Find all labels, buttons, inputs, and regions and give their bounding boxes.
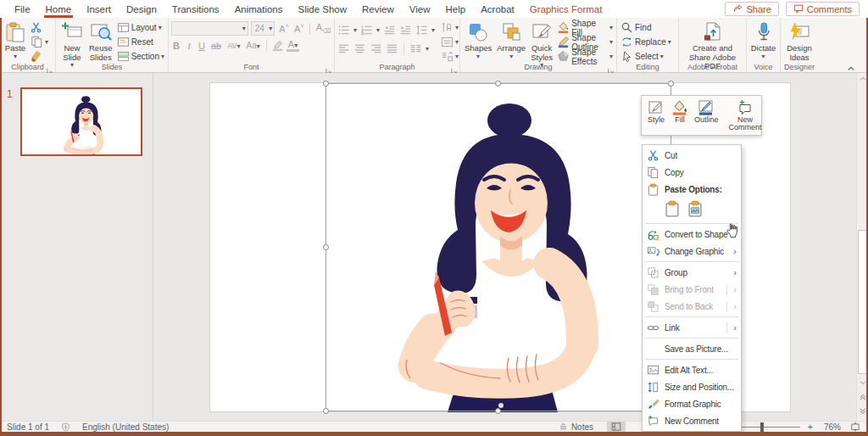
text-highlight-button[interactable] <box>271 39 284 52</box>
context-menu-item-group[interactable]: Group› <box>643 264 741 281</box>
scroll-down-button[interactable] <box>857 377 868 388</box>
zoom-slider-thumb[interactable] <box>760 422 764 432</box>
clipboard-dialog-launcher[interactable] <box>46 63 53 70</box>
tab-animations[interactable]: Animations <box>227 0 291 18</box>
fit-slide-to-window-button[interactable] <box>846 422 865 433</box>
reuse-slides-button[interactable]: Reuse Slides <box>87 20 114 61</box>
decrease-indent-button[interactable] <box>383 24 396 36</box>
change-case-button[interactable]: Aa▾ <box>245 41 262 50</box>
context-menu-item-size-and-position[interactable]: Size and Position... <box>643 378 741 395</box>
convert-smartart-button[interactable]: ▾ <box>440 50 459 63</box>
tab-transitions[interactable]: Transitions <box>164 0 227 18</box>
layout-button[interactable]: Layout▾ <box>116 21 165 34</box>
replace-button[interactable]: Replace▾ <box>620 36 672 48</box>
section-button[interactable]: Section▾ <box>116 50 165 63</box>
selection-handle-bottom-left[interactable] <box>323 408 329 414</box>
tab-file[interactable]: File <box>7 0 38 18</box>
previous-slide-button[interactable] <box>857 391 868 403</box>
context-menu-item-change-graphic[interactable]: Change Graphic› <box>643 243 741 260</box>
underline-button[interactable]: U <box>197 41 207 51</box>
slide-thumbnail[interactable] <box>20 87 142 156</box>
context-menu-item-format-graphic[interactable]: Format Graphic <box>643 395 741 412</box>
paste-button[interactable]: Paste ▾ <box>3 20 28 61</box>
tab-design[interactable]: Design <box>119 0 164 18</box>
strikethrough-button[interactable]: ab <box>209 41 223 51</box>
selection-handle-top-center[interactable] <box>495 81 501 87</box>
mini-toolbar-new-comment-button[interactable]: New Comment <box>726 98 765 133</box>
vertical-scrollbar[interactable] <box>856 73 868 421</box>
tab-insert[interactable]: Insert <box>79 0 119 18</box>
drawing-dialog-launcher[interactable] <box>607 63 615 70</box>
collapse-ribbon-button[interactable] <box>846 61 856 70</box>
font-color-button[interactable]: A▾ <box>287 40 299 52</box>
scroll-up-button[interactable] <box>857 73 868 85</box>
paste-option-keep-source-formatting[interactable] <box>663 199 682 218</box>
cut-button[interactable] <box>30 21 42 34</box>
increase-indent-button[interactable] <box>399 24 412 36</box>
text-direction-button[interactable]: ▾ <box>440 21 459 34</box>
mini-toolbar-fill-button[interactable]: Fill <box>668 98 692 133</box>
new-slide-button[interactable]: New Slide ▾ <box>58 20 86 61</box>
zoom-level[interactable]: 76% <box>815 422 841 432</box>
format-painter-button[interactable] <box>30 50 42 63</box>
mini-toolbar-style-button[interactable]: Style <box>644 98 668 133</box>
notes-button[interactable]: Notes <box>559 422 593 433</box>
line-spacing-button[interactable] <box>415 24 428 36</box>
context-menu-item-cut[interactable]: Cut <box>643 147 741 164</box>
paste-option-picture[interactable] <box>686 199 704 218</box>
tab-home[interactable]: Home <box>38 0 80 18</box>
select-button[interactable]: Select▾ <box>620 50 672 63</box>
reset-button[interactable]: Reset <box>116 36 165 48</box>
find-button[interactable]: Find <box>620 21 672 34</box>
italic-button[interactable]: I <box>184 41 194 51</box>
tab-view[interactable]: View <box>402 0 438 18</box>
language-indicator[interactable]: English (United States) <box>82 422 169 432</box>
numbering-button[interactable] <box>360 24 373 36</box>
columns-button[interactable] <box>409 42 422 55</box>
tab-acrobat[interactable]: Acrobat <box>473 0 522 18</box>
context-menu-item-copy[interactable]: Copy <box>643 164 741 181</box>
font-name-select[interactable]: ▾ <box>171 21 248 36</box>
bullets-button[interactable] <box>337 24 350 36</box>
mini-toolbar-outline-button[interactable]: Outline <box>692 98 721 133</box>
tab-graphics-format[interactable]: Graphics Format <box>522 0 610 18</box>
selection-handle-top-right[interactable] <box>668 81 674 87</box>
justify-button[interactable] <box>386 42 398 55</box>
context-menu-item-paste-options[interactable]: Paste Options: <box>643 181 741 198</box>
create-pdf-button[interactable]: Create and Share Adobe PDF <box>682 20 743 61</box>
copy-button[interactable]: ▾ <box>30 36 49 48</box>
bold-button[interactable]: B <box>171 41 181 51</box>
align-right-button[interactable] <box>370 42 382 55</box>
shrink-font-button[interactable]: A˅ <box>292 23 305 34</box>
grow-font-button[interactable]: A˄ <box>277 23 290 34</box>
dictate-button[interactable]: Dictate ▾ <box>749 20 778 61</box>
clear-formatting-button[interactable]: A⌫ <box>314 22 331 35</box>
design-ideas-button[interactable]: Design Ideas <box>783 20 815 61</box>
quick-styles-button[interactable]: Quick Styles ▾ <box>529 20 554 61</box>
tab-review[interactable]: Review <box>354 0 402 18</box>
accessibility-checker-button[interactable] <box>61 422 70 432</box>
shapes-button[interactable]: Shapes ▾ <box>463 20 493 61</box>
align-left-button[interactable] <box>337 42 350 55</box>
align-center-button[interactable] <box>353 42 366 55</box>
share-button[interactable]: Share <box>725 2 778 16</box>
selection-handle-top-left[interactable] <box>323 81 329 87</box>
tab-help[interactable]: Help <box>438 0 474 18</box>
context-menu-item-new-comment[interactable]: New Comment <box>643 412 741 429</box>
next-slide-button[interactable] <box>857 405 868 417</box>
scrollbar-thumb[interactable] <box>858 230 867 374</box>
character-spacing-button[interactable]: AV▾ <box>225 42 242 50</box>
zoom-slider[interactable] <box>741 427 800 428</box>
comments-button[interactable]: Comments <box>786 2 860 16</box>
paragraph-dialog-launcher[interactable] <box>450 63 458 70</box>
arrange-button[interactable]: Arrange ▾ <box>495 20 527 61</box>
selection-handle-middle-left[interactable] <box>323 244 329 250</box>
selection-handle-bottom-center[interactable] <box>495 408 501 414</box>
font-dialog-launcher[interactable] <box>325 63 332 70</box>
align-text-button[interactable]: ▾ <box>440 36 459 48</box>
context-menu-item-edit-alt-text[interactable]: Edit Alt Text... <box>643 361 741 378</box>
font-size-select[interactable]: 24▾ <box>251 21 275 36</box>
context-menu-item-save-as-picture[interactable]: Save as Picture... <box>643 340 741 357</box>
shape-effects-button[interactable]: Shape Effects▾ <box>556 50 614 63</box>
zoom-in-button[interactable]: + <box>805 422 815 432</box>
